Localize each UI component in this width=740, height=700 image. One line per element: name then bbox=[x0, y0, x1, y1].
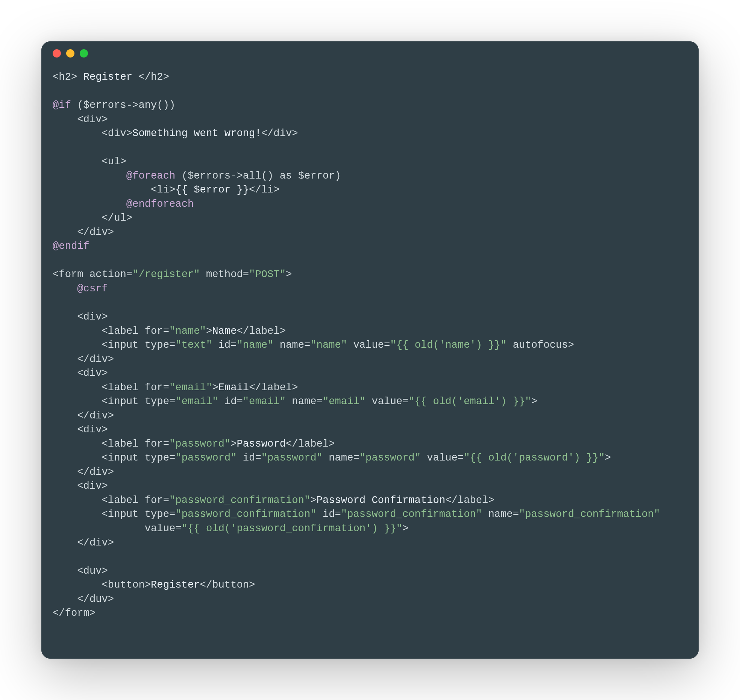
code-line: <div> bbox=[53, 311, 108, 323]
code-token: {{ $error }} bbox=[175, 184, 249, 195]
code-token: value= bbox=[421, 452, 464, 464]
code-token: ($errors->any()) bbox=[71, 99, 175, 111]
code-token: </label> bbox=[286, 438, 335, 450]
code-token bbox=[53, 170, 126, 182]
code-token: @foreach bbox=[126, 170, 176, 182]
code-line: <div> bbox=[53, 424, 108, 435]
editor-surface: <h2> Register </h2> @if ($errors->any())… bbox=[41, 41, 699, 659]
code-token: </h2> bbox=[138, 71, 169, 83]
code-token: <label for= bbox=[53, 438, 169, 450]
code-line: <li>{{ $error }}</li> bbox=[53, 184, 280, 195]
code-token: </ul> bbox=[53, 212, 132, 224]
code-token: <label for= bbox=[53, 382, 169, 393]
code-token: <input type= bbox=[53, 339, 175, 351]
code-token: </div> bbox=[53, 226, 114, 238]
code-token: "password_confirmation" bbox=[175, 508, 316, 520]
code-token: "password" bbox=[359, 452, 421, 464]
code-token: </label> bbox=[249, 382, 298, 393]
code-token: </div> bbox=[53, 353, 114, 365]
code-token: </duv> bbox=[53, 593, 114, 605]
code-line: </div> bbox=[53, 537, 114, 548]
code-token: name= bbox=[323, 452, 359, 464]
code-token: <input type= bbox=[53, 452, 175, 464]
code-token: "{{ old('name') }}" bbox=[390, 339, 506, 351]
code-token: @endif bbox=[53, 240, 89, 252]
code-token: <label for= bbox=[53, 325, 169, 337]
code-line: <div> bbox=[53, 114, 108, 125]
code-token: "{{ old('email') }}" bbox=[408, 395, 531, 407]
code-token: > bbox=[605, 452, 611, 464]
code-line: <ul> bbox=[53, 156, 126, 167]
code-token bbox=[53, 198, 126, 210]
code-token: "{{ old('password_confirmation') }}" bbox=[182, 523, 402, 534]
code-token: @csrf bbox=[77, 283, 108, 294]
code-token: > bbox=[230, 438, 237, 450]
code-token: <div> bbox=[53, 114, 108, 125]
code-token: method= bbox=[200, 268, 249, 280]
code-token: value= bbox=[53, 523, 182, 534]
code-token: name= bbox=[286, 395, 323, 407]
code-line: <label for="name">Name</label> bbox=[53, 325, 286, 337]
code-token: "name" bbox=[237, 339, 273, 351]
code-line: <div>Something went wrong!</div> bbox=[53, 127, 298, 139]
code-line: <label for="email">Email</label> bbox=[53, 382, 298, 393]
code-token: Password bbox=[237, 438, 286, 450]
minimize-icon[interactable] bbox=[66, 49, 74, 58]
code-token: <li> bbox=[53, 184, 175, 195]
code-token: "password_confirmation" bbox=[519, 508, 660, 520]
code-token: "password" bbox=[261, 452, 323, 464]
code-token: > bbox=[286, 268, 292, 280]
code-token: id= bbox=[218, 395, 243, 407]
code-token: </form> bbox=[53, 607, 96, 619]
code-token: @endforeach bbox=[126, 198, 194, 210]
code-token: Register bbox=[77, 71, 138, 83]
code-line: value="{{ old('password_confirmation') }… bbox=[53, 523, 408, 534]
editor-window: <h2> Register </h2> @if ($errors->any())… bbox=[41, 41, 699, 659]
code-token bbox=[53, 283, 77, 294]
code-token: <ul> bbox=[53, 156, 126, 167]
code-token: > bbox=[310, 494, 316, 506]
code-line: <form action="/register" method="POST"> bbox=[53, 268, 292, 280]
code-token: <div> bbox=[53, 127, 132, 139]
code-token: @if bbox=[53, 99, 71, 111]
code-token: "email" bbox=[323, 395, 365, 407]
code-token: </div> bbox=[53, 537, 114, 548]
code-token: <input type= bbox=[53, 508, 175, 520]
code-line: </ul> bbox=[53, 212, 132, 224]
code-token: ($errors->all() as $error) bbox=[175, 170, 341, 182]
close-icon[interactable] bbox=[53, 49, 61, 58]
code-token: "POST" bbox=[249, 268, 286, 280]
code-token: </div> bbox=[53, 466, 114, 478]
code-line: <input type="email" id="email" name="ema… bbox=[53, 395, 537, 407]
code-line: <input type="password_confirmation" id="… bbox=[53, 508, 660, 520]
code-token: <label for= bbox=[53, 494, 169, 506]
code-token: "name" bbox=[310, 339, 347, 351]
code-token: "password" bbox=[175, 452, 237, 464]
code-token: </div> bbox=[261, 127, 298, 139]
code-line: <div> bbox=[53, 367, 108, 379]
screenshot-stage: <h2> Register </h2> @if ($errors->any())… bbox=[0, 0, 740, 700]
code-token: "password" bbox=[169, 438, 230, 450]
code-line: @foreach ($errors->all() as $error) bbox=[53, 170, 341, 182]
code-token: > bbox=[212, 382, 218, 393]
code-token: id= bbox=[212, 339, 237, 351]
code-token: </label> bbox=[237, 325, 286, 337]
code-token: name= bbox=[273, 339, 310, 351]
code-token: Email bbox=[218, 382, 249, 393]
code-line: </div> bbox=[53, 226, 114, 238]
code-line: <input type="text" id="name" name="name"… bbox=[53, 339, 574, 351]
code-token: "name" bbox=[169, 325, 206, 337]
code-token: Password Confirmation bbox=[317, 494, 446, 506]
code-token: value= bbox=[365, 395, 408, 407]
maximize-icon[interactable] bbox=[80, 49, 88, 58]
code-line: </div> bbox=[53, 353, 114, 365]
code-token: </li> bbox=[249, 184, 280, 195]
code-token: autofocus> bbox=[506, 339, 574, 351]
code-token: <form action= bbox=[53, 268, 132, 280]
code-token: <input type= bbox=[53, 395, 175, 407]
code-token: <div> bbox=[53, 480, 108, 492]
code-editor-content[interactable]: <h2> Register </h2> @if ($errors->any())… bbox=[41, 65, 699, 643]
code-line: <label for="password_confirmation">Passw… bbox=[53, 494, 494, 506]
code-token: > bbox=[206, 325, 212, 337]
code-line: <div> bbox=[53, 480, 108, 492]
